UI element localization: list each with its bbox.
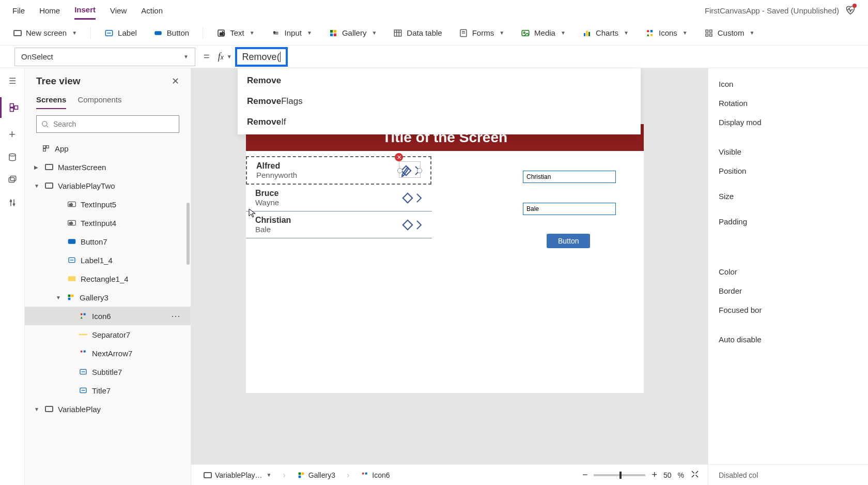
textinput-icon: ab xyxy=(67,218,76,228)
prop-size[interactable]: Size xyxy=(719,187,858,206)
prop-padding[interactable]: Padding xyxy=(719,212,858,231)
gallery-item[interactable]: ✕ Alfred Pennyworth xyxy=(246,156,431,185)
prop-auto-disable[interactable]: Auto disable xyxy=(719,330,858,349)
property-selector[interactable]: OnSelect ▼ xyxy=(14,48,195,66)
tools-icon[interactable] xyxy=(6,196,19,209)
prop-rotation[interactable]: Rotation xyxy=(719,94,858,113)
custom-button[interactable]: Custom ▼ xyxy=(701,26,758,40)
fit-to-screen-icon[interactable] xyxy=(690,469,700,480)
charts-button[interactable]: Charts ▼ xyxy=(579,26,632,40)
chevron-right-icon[interactable] xyxy=(415,220,423,230)
chevron-right-icon[interactable] xyxy=(415,193,423,203)
data-icon[interactable] xyxy=(6,151,19,163)
tree-node-subtitle7[interactable]: Subtitle7 xyxy=(25,362,191,381)
chevron-down-icon: ▼ xyxy=(749,30,754,36)
gallery-item[interactable]: Bruce Wayne xyxy=(246,185,432,211)
tree-view-icon[interactable] xyxy=(0,97,25,118)
tree-node-nextarrow7[interactable]: NextArrow7 xyxy=(25,344,191,362)
autocomplete-item[interactable]: Remove xyxy=(238,70,641,91)
media-rail-icon[interactable] xyxy=(6,174,19,186)
chevron-down-icon[interactable]: ▼ xyxy=(227,54,232,59)
menu-insert[interactable]: Insert xyxy=(74,1,96,20)
edit-icon[interactable] xyxy=(401,218,414,232)
svg-point-57 xyxy=(81,351,83,353)
selection-handles[interactable] xyxy=(399,161,421,178)
forms-button[interactable]: Forms ▼ xyxy=(456,26,507,40)
label-button[interactable]: Label xyxy=(101,26,140,40)
tab-components[interactable]: Components xyxy=(78,95,121,109)
svg-point-69 xyxy=(362,472,364,474)
formula-autocomplete: Remove RemoveFlags RemoveIf xyxy=(238,68,641,134)
tree-node-app[interactable]: App xyxy=(25,139,191,158)
tree-node-textinput5[interactable]: ab TextInput5 xyxy=(25,195,191,214)
menu-file[interactable]: File xyxy=(12,2,25,19)
textinput-firstname[interactable] xyxy=(523,171,616,183)
forms-label: Forms xyxy=(472,28,494,37)
property-selector-label: OnSelect xyxy=(21,52,53,61)
tree-node-label: Label1_4 xyxy=(81,256,113,265)
data-table-button[interactable]: Data table xyxy=(390,26,445,40)
error-badge-icon[interactable]: ✕ xyxy=(395,153,403,161)
hamburger-icon[interactable]: ☰ xyxy=(6,74,19,87)
prop-display-mode[interactable]: Display mod xyxy=(719,113,858,132)
tree-node-button7[interactable]: Button7 xyxy=(25,232,191,251)
formula-input[interactable]: Remove( xyxy=(235,47,288,67)
icons-icon xyxy=(645,28,655,38)
chevron-right-icon[interactable]: ▶ xyxy=(34,164,40,170)
gallery-item[interactable]: Christian Bale xyxy=(246,211,432,238)
tree-node-separator7[interactable]: Separator7 xyxy=(25,325,191,344)
media-button[interactable]: Media ▼ xyxy=(518,26,569,40)
svg-marker-55 xyxy=(81,316,83,319)
icons-button[interactable]: Icons ▼ xyxy=(642,26,691,40)
tree-node-title7[interactable]: Title7 xyxy=(25,381,191,400)
prop-border[interactable]: Border xyxy=(719,281,858,300)
input-button[interactable]: Input ▼ xyxy=(268,26,315,40)
prop-position[interactable]: Position xyxy=(719,161,858,180)
add-icon[interactable]: + xyxy=(6,128,19,141)
svg-rect-50 xyxy=(68,295,71,297)
breadcrumb-gallery[interactable]: Gallery3 xyxy=(293,469,339,481)
zoom-in-button[interactable]: + xyxy=(652,469,657,480)
tree-node-variableplaytwo[interactable]: ▼ VariablePlayTwo xyxy=(25,176,191,195)
tree-node-label14[interactable]: Label1_4 xyxy=(25,251,191,269)
tree-node-variableplay[interactable]: ▼ VariablePlay xyxy=(25,400,191,418)
new-screen-button[interactable]: New screen ▼ xyxy=(10,26,80,39)
text-button[interactable]: ab Text ▼ xyxy=(213,26,257,40)
search-input[interactable] xyxy=(36,115,179,133)
button-button[interactable]: Button xyxy=(150,26,192,40)
tree-node-gallery3[interactable]: ▼ Gallery3 xyxy=(25,288,191,307)
textinput-lastname[interactable] xyxy=(523,203,616,215)
more-icon[interactable]: ⋯ xyxy=(171,310,181,322)
tree-node-textinput4[interactable]: ab TextInput4 xyxy=(25,214,191,232)
canvas-screen[interactable]: Title of the Screen ✕ Alfred Pennyworth … xyxy=(246,124,644,393)
canvas-button[interactable]: Button xyxy=(547,234,590,248)
tab-screens[interactable]: Screens xyxy=(36,95,66,109)
tree-node-icon6[interactable]: Icon6 ⋯ xyxy=(25,307,191,325)
health-icon[interactable] xyxy=(845,5,856,17)
chevron-down-icon[interactable]: ▼ xyxy=(34,183,40,189)
edit-icon[interactable] xyxy=(401,191,414,205)
menu-view[interactable]: View xyxy=(110,2,127,19)
zoom-slider[interactable] xyxy=(594,474,645,476)
prop-visible[interactable]: Visible xyxy=(719,142,858,161)
chevron-down-icon[interactable]: ▼ xyxy=(34,406,40,412)
chevron-down-icon[interactable]: ▼ xyxy=(56,295,62,300)
svg-rect-70 xyxy=(365,472,367,474)
menu-home[interactable]: Home xyxy=(39,2,60,19)
breadcrumb-icon6[interactable]: Icon6 xyxy=(357,469,394,481)
prop-icon[interactable]: Icon xyxy=(719,74,858,94)
gallery-button[interactable]: Gallery ▼ xyxy=(326,26,380,40)
close-icon[interactable]: ✕ xyxy=(172,75,179,87)
prop-color[interactable]: Color xyxy=(719,262,858,281)
prop-focused-border[interactable]: Focused bor xyxy=(719,300,858,320)
autocomplete-item[interactable]: RemoveFlags xyxy=(238,91,641,112)
menu-action[interactable]: Action xyxy=(141,2,163,19)
scrollbar[interactable] xyxy=(187,203,190,265)
svg-rect-39 xyxy=(43,146,46,148)
svg-rect-33 xyxy=(14,106,18,110)
breadcrumb-screen[interactable]: VariablePlay… ▼ xyxy=(199,469,275,481)
autocomplete-item[interactable]: RemoveIf xyxy=(238,112,641,132)
zoom-out-button[interactable]: − xyxy=(582,469,588,480)
tree-node-rectangle14[interactable]: Rectangle1_4 xyxy=(25,269,191,288)
tree-node-masterscreen[interactable]: ▶ MasterScreen xyxy=(25,158,191,176)
